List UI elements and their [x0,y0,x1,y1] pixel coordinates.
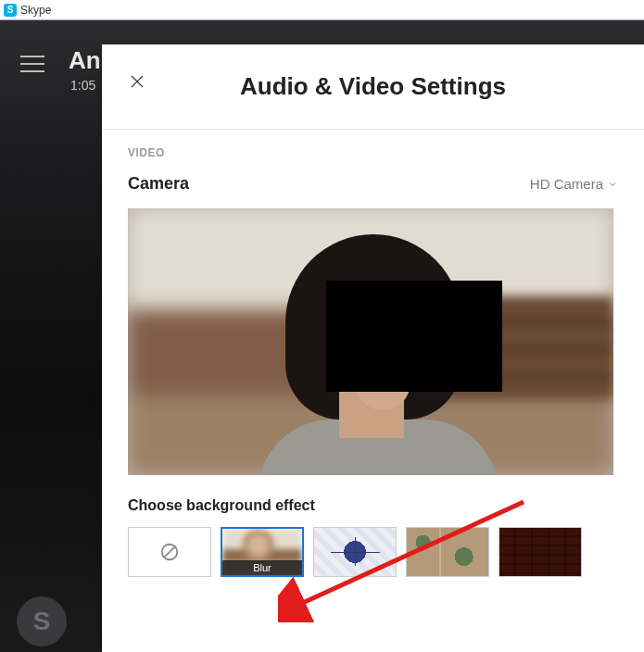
background-effect-label: Choose background effect [128,497,618,514]
section-label-video: VIDEO [128,146,618,159]
skype-logo-icon: S [4,4,17,17]
close-button[interactable] [126,70,148,93]
panel-header: Audio & Video Settings [102,44,644,130]
effect-interior[interactable] [499,527,582,577]
face-redaction [326,281,502,392]
background-effects-list: Blur [128,527,618,577]
effect-blur-label: Blur [222,560,302,575]
menu-button[interactable] [20,56,44,72]
self-avatar[interactable]: S [17,596,67,646]
none-icon [159,542,180,562]
effect-aerial[interactable] [406,527,489,577]
app-name: Skype [20,4,51,17]
panel-body: VIDEO Camera HD Camera Choose backgrou [102,130,644,577]
camera-row: Camera HD Camera [128,174,618,194]
call-duration: 1:05 [70,78,95,93]
camera-preview [128,208,613,475]
settings-panel: Audio & Video Settings VIDEO Camera HD C… [102,44,644,652]
svg-line-3 [164,546,176,558]
camera-label: Camera [128,174,189,194]
chevron-down-icon [607,179,618,190]
call-participant-name: An [69,46,101,75]
window-titlebar: S Skype [0,0,644,20]
effect-none[interactable] [128,527,211,577]
effect-blur[interactable]: Blur [221,527,304,577]
effect-tiles[interactable] [313,527,397,577]
panel-title: Audio & Video Settings [240,72,506,101]
camera-dropdown[interactable]: HD Camera [530,176,618,192]
camera-selected-value: HD Camera [530,176,603,192]
close-icon [129,73,145,90]
